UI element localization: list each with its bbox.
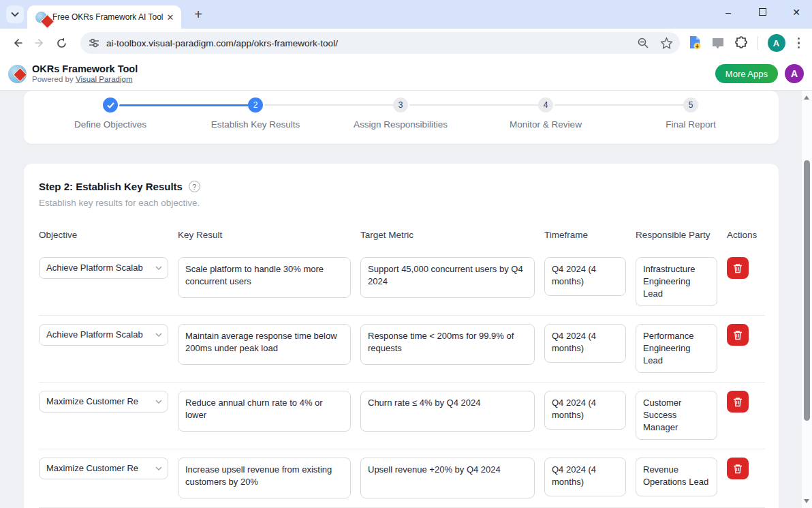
key-result-textarea[interactable]: Maintain average response time below 200… xyxy=(178,324,351,365)
section-subtitle: Establish key results for each objective… xyxy=(39,198,765,208)
step-3-label[interactable]: Assign Responsibilities xyxy=(326,119,475,130)
step-5-label[interactable]: Final Report xyxy=(616,119,766,130)
zoom-out-icon[interactable] xyxy=(637,37,649,49)
trash-icon xyxy=(733,330,743,340)
back-icon xyxy=(12,37,24,49)
step-1-label[interactable]: Define Objectives xyxy=(35,119,185,130)
tab-close-icon[interactable]: ✕ xyxy=(165,12,176,23)
table-row: Maximize Customer Re Reduce annual churn… xyxy=(39,382,765,449)
close-button[interactable]: ✕ xyxy=(789,7,804,18)
objective-select-value: Maximize Customer Re xyxy=(46,462,155,475)
page-scrollbar[interactable] xyxy=(802,91,812,508)
chevron-down-icon xyxy=(155,400,162,404)
chevron-down-icon xyxy=(155,466,162,470)
table-row: Achieve Platform Scalab Maintain average… xyxy=(39,315,765,382)
url-text[interactable]: ai-toolbox.visual-paradigm.com/app/okrs-… xyxy=(106,38,637,48)
delete-row-button[interactable] xyxy=(727,324,749,346)
forward-icon xyxy=(33,37,46,49)
toolbar-separator xyxy=(758,36,758,50)
timeframe-input[interactable]: Q4 2024 (4 months) xyxy=(544,391,626,430)
target-metric-textarea[interactable]: Upsell revenue +20% by Q4 2024 xyxy=(360,458,535,498)
responsible-party-input[interactable]: Revenue Operations Lead xyxy=(636,458,717,496)
visual-paradigm-link[interactable]: Visual Paradigm xyxy=(76,75,133,83)
app-logo-icon xyxy=(8,65,27,83)
scrollbar-thumb[interactable] xyxy=(804,160,810,421)
back-button[interactable] xyxy=(7,32,29,54)
objective-select[interactable]: Achieve Platform Scalab xyxy=(39,257,168,279)
target-metric-textarea[interactable]: Response time < 200ms for 99.9% of reque… xyxy=(360,324,535,365)
delete-row-button[interactable] xyxy=(727,257,749,279)
download-extension-icon[interactable] xyxy=(688,35,702,50)
step-2-label[interactable]: Establish Key Results xyxy=(181,119,330,130)
forward-button[interactable] xyxy=(29,32,50,54)
step-1-circle[interactable] xyxy=(103,98,118,113)
step2-card: Step 2: Establish Key Results ? Establis… xyxy=(24,164,779,508)
col-header-target-metric: Target Metric xyxy=(360,230,535,240)
delete-row-button[interactable] xyxy=(727,458,749,479)
url-bar[interactable]: ai-toolbox.visual-paradigm.com/app/okrs-… xyxy=(80,32,680,54)
scrollbar-down-arrow-icon[interactable] xyxy=(804,499,809,503)
user-avatar[interactable]: A xyxy=(785,64,804,83)
timeframe-input[interactable]: Q4 2024 (4 months) xyxy=(544,458,626,496)
objective-select[interactable]: Maximize Customer Re xyxy=(39,391,168,413)
bookmark-star-icon[interactable] xyxy=(660,37,673,50)
comment-icon[interactable] xyxy=(711,37,725,50)
key-result-textarea[interactable]: Scale platform to handle 30% more concur… xyxy=(178,257,351,298)
stepper: 2 3 4 5 Define Objectives Establish Key … xyxy=(24,91,779,144)
minimize-button[interactable]: – xyxy=(721,7,736,18)
trash-icon xyxy=(733,263,743,273)
step-4-circle[interactable]: 4 xyxy=(538,98,553,113)
key-result-textarea[interactable]: Reduce annual churn rate to 4% or lower xyxy=(178,391,351,432)
chevron-down-icon xyxy=(11,12,19,17)
stepper-connector xyxy=(555,104,691,106)
site-settings-icon[interactable] xyxy=(89,38,99,48)
powered-prefix: Powered by xyxy=(32,75,76,83)
app-header: OKRs Framework Tool Powered by Visual Pa… xyxy=(0,57,812,91)
timeframe-input[interactable]: Q4 2024 (4 months) xyxy=(544,324,626,363)
table-row: Achieve Platform Scalab Scale platform t… xyxy=(39,249,765,315)
objective-select[interactable]: Achieve Platform Scalab xyxy=(39,324,168,346)
step-5-circle[interactable]: 5 xyxy=(683,98,698,113)
profile-avatar[interactable]: A xyxy=(768,34,785,52)
step-3-circle[interactable]: 3 xyxy=(393,98,408,113)
col-header-responsible-party: Responsible Party xyxy=(636,230,717,240)
chrome-menu-icon[interactable] xyxy=(795,35,803,52)
tab-search-button[interactable] xyxy=(6,5,24,23)
step-2-circle[interactable]: 2 xyxy=(248,98,263,113)
section-title: Step 2: Establish Key Results xyxy=(39,181,183,192)
col-header-actions: Actions xyxy=(727,230,750,240)
maximize-icon xyxy=(759,8,766,16)
reload-button[interactable] xyxy=(50,32,72,54)
chevron-down-icon xyxy=(155,266,162,270)
delete-row-button[interactable] xyxy=(727,391,749,413)
maximize-button[interactable] xyxy=(755,7,770,18)
trash-icon xyxy=(733,464,743,474)
trash-icon xyxy=(733,397,743,407)
extensions-puzzle-icon[interactable] xyxy=(734,36,748,50)
responsible-party-input[interactable]: Infrastructure Engineering Lead xyxy=(636,257,717,306)
more-apps-button[interactable]: More Apps xyxy=(715,64,778,83)
page-content: 2 3 4 5 Define Objectives Establish Key … xyxy=(0,91,812,508)
key-result-textarea[interactable]: Increase upsell revenue from existing cu… xyxy=(178,458,351,498)
chevron-down-icon xyxy=(155,333,162,337)
browser-tab-strip: Free OKRs Framework AI Tool | V ✕ + – ✕ xyxy=(0,0,812,29)
objective-select[interactable]: Maximize Customer Re xyxy=(39,458,168,479)
table-row: Maximize Customer Re Increase upsell rev… xyxy=(39,449,765,507)
objective-select-value: Maximize Customer Re xyxy=(46,395,155,408)
browser-tab[interactable]: Free OKRs Framework AI Tool | V ✕ xyxy=(27,5,181,29)
favicon-icon xyxy=(35,12,47,23)
target-metric-textarea[interactable]: Churn rate ≤ 4% by Q4 2024 xyxy=(360,391,535,432)
responsible-party-input[interactable]: Performance Engineering Lead xyxy=(636,324,717,373)
responsible-party-input[interactable]: Customer Success Manager xyxy=(636,391,717,440)
scrollbar-up-arrow-icon[interactable] xyxy=(804,95,809,100)
help-icon[interactable]: ? xyxy=(189,181,200,192)
tab-title: Free OKRs Framework AI Tool | V xyxy=(52,12,165,22)
col-header-objective: Objective xyxy=(39,230,168,240)
timeframe-input[interactable]: Q4 2024 (4 months) xyxy=(544,257,626,296)
step-4-label[interactable]: Monitor & Review xyxy=(471,119,621,130)
target-metric-textarea[interactable]: Support 45,000 concurrent users by Q4 20… xyxy=(360,257,535,298)
col-header-key-result: Key Result xyxy=(178,230,351,240)
new-tab-button[interactable]: + xyxy=(189,5,207,23)
objective-select-value: Achieve Platform Scalab xyxy=(46,262,155,274)
table-header-row: Objective Key Result Target Metric Timef… xyxy=(39,230,765,249)
